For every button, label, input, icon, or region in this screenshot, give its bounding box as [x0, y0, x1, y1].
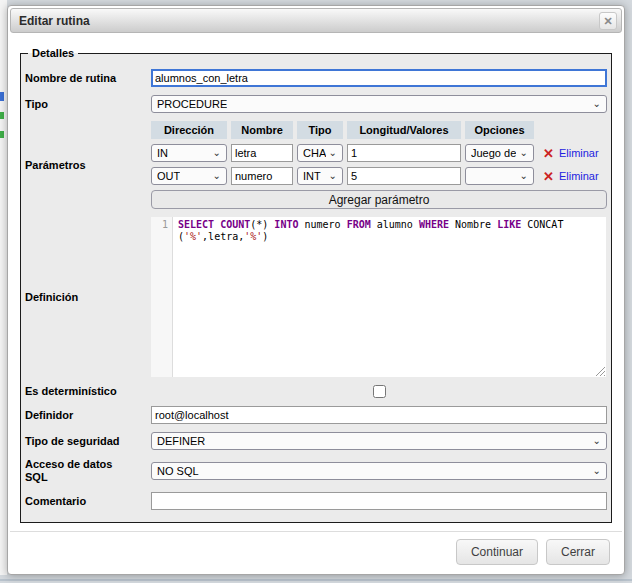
param2-remove-link[interactable]: Eliminar: [559, 170, 599, 182]
param2-length-input[interactable]: [347, 167, 461, 185]
page-background: Editar rutina ✕ Detalles Nombre de rutin…: [0, 0, 632, 583]
dialog-button-pane: Continuar Cerrar: [10, 531, 622, 572]
dialog-title: Editar rutina: [19, 14, 90, 28]
sql-data-access-value: NO SQL: [157, 465, 199, 477]
code-lines[interactable]: SELECT COUNT(*) INTO numero FROM alumno …: [173, 217, 606, 377]
param1-type-value: CHAI: [303, 147, 326, 159]
editor-gutter: 1: [151, 217, 173, 377]
close-button[interactable]: ✕: [599, 12, 617, 30]
param2-type-select[interactable]: INT ⌄: [297, 167, 343, 185]
delete-icon: ✕: [543, 147, 554, 160]
param1-remove-link[interactable]: Eliminar: [559, 147, 599, 159]
dialog-content: Detalles Nombre de rutina Tipo PROCEDURE…: [10, 33, 622, 523]
security-type-select[interactable]: DEFINER ⌄: [151, 432, 607, 450]
chevron-down-icon: ⌄: [590, 436, 601, 446]
background-page-sliver: [0, 0, 7, 575]
param2-options-select[interactable]: ⌄: [465, 167, 534, 185]
background-divider: [0, 579, 632, 581]
routine-name-row: Nombre de rutina: [25, 69, 607, 87]
column-name: Nombre: [231, 121, 293, 139]
delete-icon: ✕: [543, 170, 554, 183]
deterministic-row: Es determinístico: [25, 385, 607, 398]
add-parameter-button[interactable]: Agregar parámetro: [151, 190, 607, 209]
security-type-label: Tipo de seguridad: [25, 435, 151, 448]
chevron-down-icon: ⌄: [517, 171, 528, 181]
chevron-down-icon: ⌄: [326, 171, 337, 181]
deterministic-checkbox[interactable]: [373, 385, 386, 398]
close-icon: ✕: [603, 16, 612, 27]
param2-direction-value: OUT: [157, 170, 180, 182]
chevron-down-icon: ⌄: [210, 148, 221, 158]
definer-row: Definidor: [25, 406, 607, 424]
comment-row: Comentario: [25, 492, 607, 510]
chevron-down-icon: ⌄: [590, 466, 601, 476]
param2-direction-select[interactable]: OUT ⌄: [151, 167, 227, 185]
parameter-row-1: IN ⌄ CHAI ⌄ Juego de: [151, 144, 607, 162]
definition-row: Definición 1 SELECT COUNT(*) INTO numero…: [25, 217, 607, 377]
chevron-down-icon: ⌄: [326, 148, 337, 158]
column-direction: Dirección: [151, 121, 227, 139]
details-legend: Detalles: [28, 47, 78, 59]
security-type-value: DEFINER: [157, 435, 205, 447]
definer-input[interactable]: [151, 406, 607, 424]
sql-code-editor[interactable]: 1 SELECT COUNT(*) INTO numero FROM alumn…: [151, 217, 606, 377]
continue-button[interactable]: Continuar: [456, 539, 538, 565]
line-number: 1: [162, 219, 168, 230]
close-dialog-button[interactable]: Cerrar: [546, 539, 610, 565]
definition-label: Definición: [25, 291, 151, 304]
dialog-titlebar[interactable]: Editar rutina ✕: [10, 8, 622, 33]
routine-name-label: Nombre de rutina: [25, 72, 151, 85]
routine-type-select[interactable]: PROCEDURE ⌄: [151, 95, 607, 113]
comment-input[interactable]: [151, 492, 607, 510]
security-type-row: Tipo de seguridad DEFINER ⌄: [25, 432, 607, 450]
column-type: Tipo: [297, 121, 343, 139]
definer-label: Definidor: [25, 409, 151, 422]
param1-options-select[interactable]: Juego de ⌄: [465, 144, 534, 162]
param1-options-value: Juego de: [471, 147, 516, 159]
param1-direction-value: IN: [157, 147, 168, 159]
comment-label: Comentario: [25, 495, 151, 508]
param1-length-input[interactable]: [347, 144, 461, 162]
sql-data-access-label: Acceso de datos SQL: [25, 458, 151, 484]
routine-type-label: Tipo: [25, 98, 151, 111]
column-options: Opciones: [465, 121, 534, 139]
routine-type-row: Tipo PROCEDURE ⌄: [25, 95, 607, 113]
parameters-label: Parámetros: [25, 159, 151, 172]
chevron-down-icon: ⌄: [590, 99, 601, 109]
chevron-down-icon: ⌄: [210, 171, 221, 181]
sql-data-access-row: Acceso de datos SQL NO SQL ⌄: [25, 458, 607, 484]
chevron-down-icon: ⌄: [517, 148, 528, 158]
parameters-row: Parámetros Dirección Nombre Tipo Longitu…: [25, 121, 607, 209]
param2-type-value: INT: [303, 170, 321, 182]
details-fieldset: Detalles Nombre de rutina Tipo PROCEDURE…: [20, 47, 612, 523]
routine-type-value: PROCEDURE: [157, 98, 227, 110]
param1-name-input[interactable]: [231, 144, 293, 162]
param1-direction-select[interactable]: IN ⌄: [151, 144, 227, 162]
parameter-row-2: OUT ⌄ INT ⌄: [151, 167, 607, 185]
edit-routine-dialog: Editar rutina ✕ Detalles Nombre de rutin…: [7, 5, 625, 575]
param2-name-input[interactable]: [231, 167, 293, 185]
routine-name-input[interactable]: [151, 69, 607, 87]
sql-data-access-select[interactable]: NO SQL ⌄: [151, 462, 607, 480]
param1-type-select[interactable]: CHAI ⌄: [297, 144, 343, 162]
parameters-header: Dirección Nombre Tipo Longitud/Valores O…: [151, 121, 607, 139]
column-length: Longitud/Valores: [347, 121, 461, 139]
deterministic-label: Es determinístico: [25, 385, 151, 398]
